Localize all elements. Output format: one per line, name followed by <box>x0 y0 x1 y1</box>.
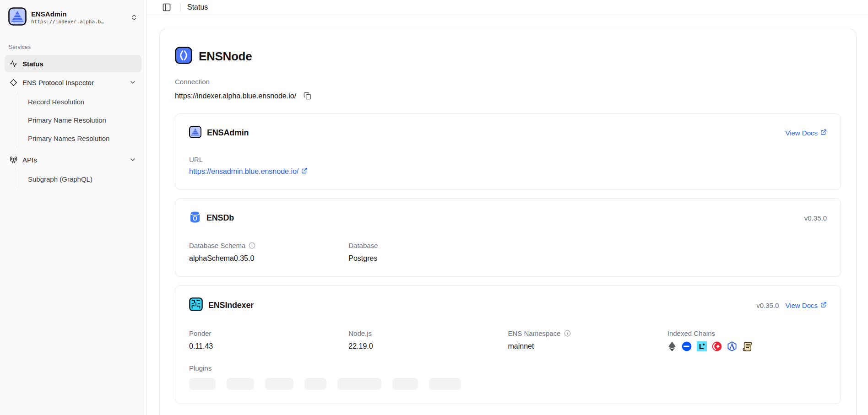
url-label: URL <box>189 156 827 163</box>
sidebar-subitem-label: Record Resolution <box>28 98 84 106</box>
ensadmin-card-icon <box>189 126 201 140</box>
field-value: mainnet <box>508 342 667 350</box>
field-database-schema: Database Schema alphaSchema0.35.0 <box>189 242 348 263</box>
scroll-chain-icon <box>742 341 753 351</box>
field-value: alphaSchema0.35.0 <box>189 254 348 263</box>
connection-row: https://indexer.alpha.blue.ensnode.io/ <box>175 91 841 101</box>
sidebar-item-record-resolution[interactable]: Record Resolution <box>20 92 141 111</box>
page-content: ENSNode Connection https://indexer.alpha… <box>146 15 868 415</box>
plugin-pill <box>227 378 254 390</box>
field-label: Database Schema <box>189 242 245 249</box>
card-title: ENSAdmin <box>207 128 249 138</box>
apis-submenu: Subgraph (GraphQL) <box>18 170 141 188</box>
ensdb-database-icon <box>189 210 201 225</box>
field-ens-namespace: ENS Namespace mainnet <box>508 329 667 351</box>
inspector-submenu: Record Resolution Primary Name Resolutio… <box>18 92 141 147</box>
plugin-pill <box>337 378 381 390</box>
topbar-separator <box>180 3 181 12</box>
plugin-pill <box>392 378 418 390</box>
sidebar: ENSAdmin https://indexer.alpha.b… Servic… <box>0 0 146 415</box>
sidebar-item-label: ENS Protocol Inspector <box>22 79 124 86</box>
field-value: 0.11.43 <box>189 342 348 350</box>
ensindexer-card: ENSIndexer v0.35.0 View Docs <box>175 285 841 404</box>
view-docs-link[interactable]: View Docs <box>785 302 827 309</box>
ensdb-card: ENSDb v0.35.0 Database Schema <box>175 198 841 277</box>
sidebar-item-label: Status <box>22 60 43 68</box>
view-docs-label: View Docs <box>785 129 818 137</box>
ethereum-chain-icon <box>667 341 677 351</box>
ensnode-status-panel: ENSNode Connection https://indexer.alpha… <box>159 29 857 415</box>
field-label: Ponder <box>189 329 211 337</box>
sidebar-subitem-label: Subgraph (GraphQL) <box>28 175 92 183</box>
ensindexer-maze-icon <box>189 297 203 313</box>
activity-icon <box>10 60 17 68</box>
sidebar-item-status[interactable]: Status <box>5 55 141 72</box>
version-badge: v0.35.0 <box>804 214 827 222</box>
info-icon[interactable] <box>249 242 255 249</box>
connection-url: https://indexer.alpha.blue.ensnode.io/ <box>175 92 296 100</box>
breadcrumb: Status <box>187 3 208 11</box>
ensnode-header: ENSNode <box>175 47 841 66</box>
field-label: Node.js <box>348 329 372 337</box>
sidebar-toggle-button[interactable] <box>159 0 174 15</box>
optimism-chain-icon <box>712 341 722 351</box>
ens-diamond-icon <box>10 79 17 86</box>
plugin-pill <box>189 378 216 390</box>
field-label: ENS Namespace <box>508 329 561 337</box>
connection-label: Connection <box>175 78 841 86</box>
page-title: ENSNode <box>199 49 252 64</box>
field-value: 22.19.0 <box>348 342 508 350</box>
external-link-icon <box>820 302 827 309</box>
sidebar-item-apis[interactable]: APIs <box>5 151 141 168</box>
chevron-down-icon <box>129 156 136 163</box>
external-link-icon <box>301 167 308 176</box>
view-docs-link[interactable]: View Docs <box>785 129 827 137</box>
sidebar-item-primary-name-resolution[interactable]: Primary Name Resolution <box>20 111 141 129</box>
app-window: ENSAdmin https://indexer.alpha.b… Servic… <box>0 0 868 415</box>
sidebar-section-label: Services <box>5 44 141 50</box>
view-docs-label: View Docs <box>785 302 818 309</box>
sidebar-connection-url: https://indexer.alpha.b… <box>31 19 126 25</box>
main-area: Status ENSNode Connection https: <box>146 0 868 415</box>
ensadmin-url-link[interactable]: https://ensadmin.blue.ensnode.io/ <box>189 167 308 176</box>
field-database: Database Postgres <box>348 242 508 263</box>
sidebar-app-name: ENSAdmin <box>31 10 126 19</box>
version-badge: v0.35.0 <box>756 302 779 309</box>
base-chain-icon <box>682 341 692 351</box>
field-ponder: Ponder 0.11.43 <box>189 329 348 351</box>
arbitrum-chain-icon <box>727 341 737 351</box>
card-title: ENSDb <box>206 213 234 223</box>
sidebar-subitem-label: Primary Names Resolution <box>28 135 109 142</box>
field-nodejs: Node.js 22.19.0 <box>348 329 508 351</box>
sidebar-subitem-label: Primary Name Resolution <box>28 116 106 124</box>
plugin-pill <box>304 378 326 390</box>
sidebar-item-ens-protocol-inspector[interactable]: ENS Protocol Inspector <box>5 74 141 91</box>
ensnode-logo-icon <box>175 47 192 66</box>
sidebar-item-subgraph-graphql[interactable]: Subgraph (GraphQL) <box>20 170 141 188</box>
field-label: Indexed Chains <box>667 329 715 337</box>
radio-tower-icon <box>10 156 17 164</box>
plugin-pill <box>265 378 293 390</box>
sidebar-item-primary-names-resolution[interactable]: Primary Names Resolution <box>20 129 141 147</box>
ensadmin-card: ENSAdmin View Docs URL <box>175 113 841 190</box>
linea-chain-icon <box>697 341 707 351</box>
workspace-switcher[interactable]: ENSAdmin https://indexer.alpha.b… <box>5 5 141 30</box>
field-value: Postgres <box>348 254 508 263</box>
plugin-pill <box>429 378 461 390</box>
field-indexed-chains: Indexed Chains <box>667 329 827 351</box>
copy-icon[interactable] <box>303 91 312 101</box>
sidebar-item-label: APIs <box>22 156 124 164</box>
field-label: Database <box>348 242 378 249</box>
external-link-icon <box>820 129 827 137</box>
plugins-label: Plugins <box>189 364 827 372</box>
topbar: Status <box>146 0 868 15</box>
card-title: ENSIndexer <box>208 301 254 310</box>
indexed-chains-row <box>667 341 827 351</box>
chevron-down-icon <box>129 79 136 86</box>
ensadmin-url-text: https://ensadmin.blue.ensnode.io/ <box>189 167 298 176</box>
chevrons-up-down-icon <box>130 14 138 21</box>
info-icon[interactable] <box>564 330 571 337</box>
plugin-pill-row <box>189 378 827 390</box>
ensadmin-logo-icon <box>8 7 27 27</box>
